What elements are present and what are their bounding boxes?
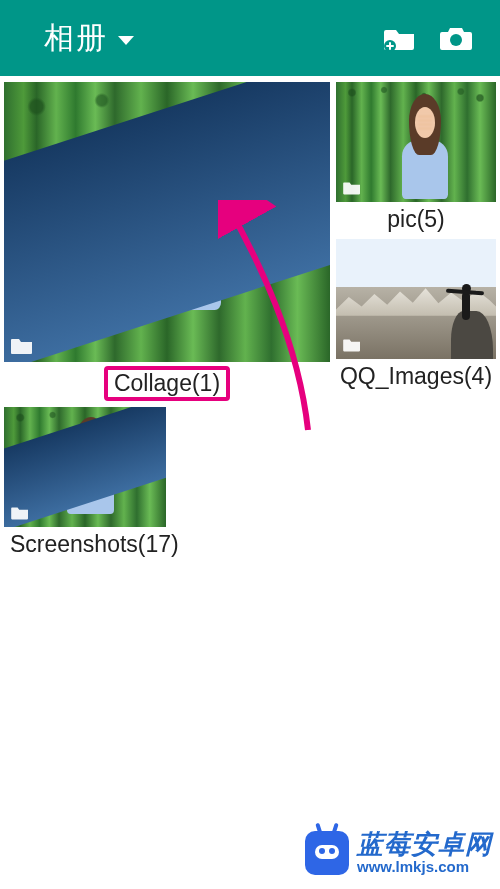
svg-point-1 [450,34,462,46]
camera-button[interactable] [432,14,480,62]
album-pic-label: pic(5) [336,202,496,239]
app-header: 相册 [0,0,500,76]
album-qq-images[interactable]: QQ_Images(4) [336,239,496,396]
watermark-mascot-icon [305,831,349,875]
album-screenshots-thumb [4,407,166,527]
folder-icon [342,180,362,196]
album-collage-label: Collage(1) [4,362,330,407]
album-collage-thumb [4,82,330,362]
album-grid-row2: Screenshots(17) [0,407,500,564]
camera-icon [439,24,473,52]
header-title[interactable]: 相册 [44,18,108,59]
new-folder-button[interactable] [376,14,424,62]
album-collage-label-text: Collage(1) [104,366,230,401]
album-pic-thumb [336,82,496,202]
album-screenshots-label: Screenshots(17) [4,527,166,564]
watermark: 蓝莓安卓网 www.lmkjs.com [305,831,492,875]
album-screenshots[interactable]: Screenshots(17) [4,407,166,564]
folder-icon [10,336,34,356]
album-pic[interactable]: pic(5) [336,82,496,239]
album-qq-thumb [336,239,496,359]
album-grid: Collage(1) pic(5) [0,76,500,407]
folder-plus-icon [383,24,417,52]
album-collage[interactable]: Collage(1) [4,82,330,407]
folder-icon [10,505,30,521]
album-qq-label: QQ_Images(4) [336,359,496,396]
watermark-url: www.lmkjs.com [357,859,492,875]
chevron-down-icon[interactable] [118,36,134,45]
folder-icon [342,337,362,353]
watermark-title: 蓝莓安卓网 [357,831,492,858]
